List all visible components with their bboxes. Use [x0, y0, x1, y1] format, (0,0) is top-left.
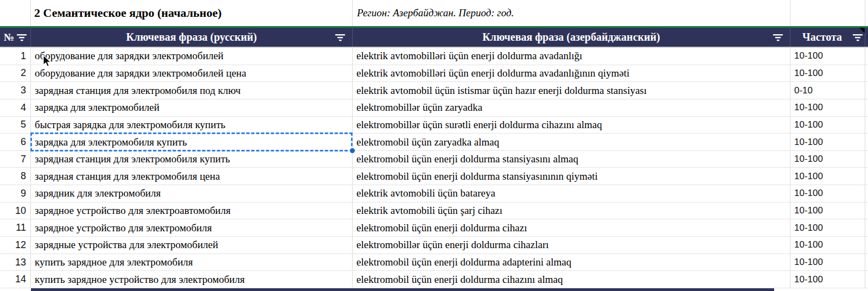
keyword-ru-cell[interactable]: быстрая зарядка для электромобиля купить	[31, 117, 353, 134]
row-number-cell[interactable]: 14	[0, 271, 31, 288]
frequency-cell[interactable]: 0-10	[790, 82, 865, 99]
keyword-ru-text: зарядник для электромобиля	[35, 187, 161, 199]
empty-cell[interactable]	[865, 185, 868, 202]
empty-cell[interactable]	[865, 203, 868, 219]
keyword-az-cell[interactable]: elektrik avtomobili üçün batareya	[353, 185, 790, 202]
keyword-az-cell[interactable]: elektromobil üçün enerji doldurma cihazı	[353, 219, 790, 236]
frequency-cell[interactable]: 10-100	[790, 203, 865, 219]
title-cell-empty-2[interactable]	[790, 0, 865, 26]
keyword-az-cell[interactable]: elektromobillər üçün surətli enerji dold…	[353, 117, 790, 134]
row-number-cell[interactable]: 9	[0, 185, 31, 202]
row-number: 9	[21, 188, 26, 199]
table-row: 10 зарядное устройство для электроавтомо…	[0, 203, 868, 220]
keyword-ru-cell[interactable]: зарядка для электромобиля купить	[31, 134, 353, 150]
row-number-cell[interactable]: 5	[0, 117, 31, 134]
keyword-ru-cell[interactable]: зарядные устройства для электромобилей	[31, 237, 353, 254]
header-keyword-az[interactable]: Ключевая фраза (азербайджанский)	[353, 28, 790, 47]
empty-cell[interactable]	[865, 151, 868, 168]
frequency-cell[interactable]: 10-100	[790, 134, 865, 150]
keyword-ru-cell[interactable]: купить зарядное устройство для электромо…	[31, 271, 353, 288]
keyword-ru-cell[interactable]: зарядное устройство для электроавтомобил…	[31, 203, 353, 219]
empty-cell[interactable]	[865, 65, 868, 82]
empty-cell[interactable]	[865, 48, 868, 65]
row-number-cell[interactable]: 7	[0, 151, 31, 168]
filter-icon[interactable]	[335, 34, 346, 41]
frequency-cell[interactable]: 10-100	[790, 219, 865, 236]
header-frequency[interactable]: Частота	[790, 28, 865, 47]
empty-cell[interactable]	[865, 254, 868, 271]
keyword-ru-text: оборудование для зарядки электромобилей	[35, 50, 224, 62]
keyword-az-cell[interactable]: elektromobil üçün enerji doldurma cihazı…	[353, 271, 790, 288]
table-row: 7 зарядная станция для электромобиля куп…	[0, 151, 868, 168]
row-number-cell[interactable]: 10	[0, 203, 31, 219]
keyword-ru-cell[interactable]: зарядное устройство для электромобиля	[31, 219, 353, 236]
row-number-cell[interactable]: 3	[0, 82, 31, 99]
empty-cell[interactable]	[865, 117, 868, 134]
keyword-az-cell[interactable]: elektrik avtomobilləri üçün enerji doldu…	[353, 65, 790, 82]
keyword-ru-text: зарядная станция для электромобиля под к…	[35, 85, 240, 97]
keyword-az-cell[interactable]: elektromobil üçün enerji doldurma stansi…	[353, 168, 790, 185]
keyword-ru-text: зарядное устройство для электромобиля	[35, 222, 212, 234]
filter-icon[interactable]	[17, 34, 27, 41]
header-num[interactable]: №	[0, 28, 31, 47]
keyword-ru-cell[interactable]: зарядная станция для электромобиля купит…	[31, 151, 353, 168]
frequency-cell[interactable]: 10-100	[790, 117, 865, 134]
keyword-az-cell[interactable]: elektromobil üçün enerji doldurma adapte…	[353, 254, 790, 271]
row-number-cell[interactable]: 11	[0, 219, 31, 236]
filter-icon[interactable]	[853, 34, 863, 41]
table-header-row: № Ключевая фраза (русский) Ключевая фраз…	[0, 28, 868, 48]
page-title[interactable]: 2 Семантическое ядро (начальное)	[31, 0, 353, 26]
keyword-az-text: elektromobillər üçün surətli enerji dold…	[356, 119, 602, 131]
frequency-value: 10-100	[794, 223, 823, 233]
empty-cell[interactable]	[865, 271, 868, 288]
keyword-az-text: elektromobil üçün enerji doldurma cihazı	[356, 222, 527, 234]
keyword-ru-cell[interactable]: оборудование для зарядки электромобилей …	[31, 65, 353, 82]
row-number-cell[interactable]: 1	[0, 48, 31, 65]
empty-cell[interactable]	[865, 237, 868, 254]
row-number-cell[interactable]: 2	[0, 65, 31, 82]
table-row: 13 купить зарядное для электромобиля ele…	[0, 254, 868, 271]
frequency-cell[interactable]: 10-100	[790, 151, 865, 168]
keyword-az-cell[interactable]: elektromobillər üçün enerji doldurma cih…	[353, 237, 790, 254]
keyword-az-cell[interactable]: elektrik avtomobil üçün istismar üçün ha…	[353, 82, 790, 99]
frequency-cell[interactable]: 10-100	[790, 65, 865, 82]
row-number-cell[interactable]: 12	[0, 237, 31, 254]
keyword-ru-cell[interactable]: зарядка для электромобилей	[31, 99, 353, 116]
row-number-cell[interactable]: 6	[0, 134, 31, 150]
keyword-ru-cell[interactable]: зарядная станция для электромобиля под к…	[31, 82, 353, 99]
row-number-cell[interactable]: 4	[0, 99, 31, 116]
keyword-ru-cell[interactable]: купить зарядное для электромобиля	[31, 254, 353, 271]
keyword-ru-cell[interactable]: зарядник для электромобиля	[31, 185, 353, 202]
filter-icon[interactable]	[773, 34, 783, 41]
title-cell-empty[interactable]	[0, 0, 31, 26]
keyword-az-cell[interactable]: elektromobillər üçün zaryadka	[353, 99, 790, 116]
frequency-cell[interactable]: 10-100	[790, 48, 865, 65]
frequency-cell[interactable]: 10-100	[790, 99, 865, 116]
keyword-az-text: elektrik avtomobil üçün istismar üçün ha…	[356, 85, 647, 97]
frequency-cell[interactable]: 10-100	[790, 271, 865, 288]
empty-cell[interactable]	[865, 219, 868, 236]
keyword-ru-cell[interactable]: зарядная станция для электромобиля цена	[31, 168, 353, 185]
keyword-az-cell[interactable]: elektromobil üçün enerji doldurma stansi…	[353, 151, 790, 168]
empty-cell[interactable]	[865, 99, 868, 116]
empty-cell[interactable]	[865, 134, 868, 150]
frequency-cell[interactable]: 10-100	[790, 237, 865, 254]
keyword-ru-cell[interactable]: оборудование для зарядки электромобилей	[31, 48, 353, 65]
frequency-cell[interactable]: 10-100	[790, 168, 865, 185]
table-body: 1 оборудование для зарядки электромобиле…	[0, 48, 868, 288]
keyword-az-cell[interactable]: elektrik avtomobili üçün şarj cihazı	[353, 203, 790, 219]
keyword-az-cell[interactable]: elektromobil üçün zaryadka almaq	[353, 134, 790, 150]
keyword-ru-text: зарядное устройство для электроавтомобил…	[35, 205, 231, 217]
frequency-cell[interactable]: 10-100	[790, 254, 865, 271]
frequency-cell[interactable]: 10-100	[790, 185, 865, 202]
row-number-cell[interactable]: 8	[0, 168, 31, 185]
empty-cell[interactable]	[865, 82, 868, 99]
header-keyword-ru[interactable]: Ключевая фраза (русский)	[31, 28, 353, 47]
fill-handle[interactable]	[349, 148, 355, 154]
row-number: 2	[21, 67, 26, 79]
empty-cell[interactable]	[865, 168, 868, 185]
keyword-az-cell[interactable]: elektrik avtomobilləri üçün enerji doldu…	[353, 48, 790, 65]
region-period-note[interactable]: Регион: Азербайджан. Период: год.	[353, 0, 790, 26]
row-number-cell[interactable]: 13	[0, 254, 31, 271]
row-number: 1	[21, 50, 26, 62]
